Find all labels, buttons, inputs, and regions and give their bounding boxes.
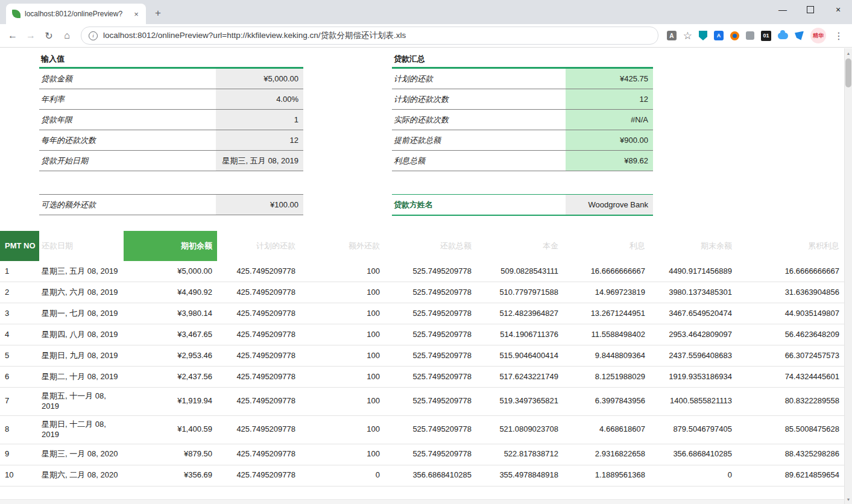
- extra-payment-value: ¥100.00: [216, 195, 303, 215]
- cell-payment-date: 星期三, 五月 08, 2019: [39, 263, 124, 280]
- scroll-up-arrow-icon[interactable]: ▲: [845, 49, 852, 57]
- cell-cumulative-interest: 31.6363904856: [737, 284, 844, 301]
- vertical-scrollbar[interactable]: ▲ ▼: [844, 48, 852, 504]
- cell-scheduled-payment: 425.7495209778: [217, 421, 300, 438]
- maximize-icon: [807, 6, 814, 13]
- cell-principal: 517.6243221749: [476, 368, 563, 386]
- bird-extension-icon[interactable]: [795, 31, 804, 40]
- cell-interest: 13.2671244951: [563, 305, 650, 323]
- browser-menu-icon[interactable]: ⋮: [833, 30, 845, 42]
- url-text[interactable]: localhost:8012/onlinePreview?url=http://…: [103, 30, 406, 41]
- panel-spacer: [392, 171, 653, 194]
- header-cumulative-interest: 累积利息: [737, 231, 844, 261]
- input-panel-rows: 贷款金额 ¥5,000.00 年利率 4.00% 贷款年限 1 每年的: [39, 69, 303, 171]
- scroll-down-arrow-icon[interactable]: ▼: [845, 495, 852, 503]
- new-tab-button[interactable]: +: [151, 7, 165, 19]
- input-row: 每年的还款次数 12: [39, 130, 303, 151]
- translate-icon[interactable]: A: [667, 31, 677, 40]
- cell-beginning-balance: ¥1,400.59: [124, 421, 217, 438]
- schedule-row: 7 星期五, 十一月 08, 2019 ¥1,919.94 425.749520…: [0, 388, 844, 416]
- cell-scheduled-payment: 425.7495209778: [217, 347, 300, 365]
- cell-extra-payment: 100: [300, 421, 385, 438]
- cell-interest: 14.969723819: [563, 284, 650, 301]
- cell-total-payment: 525.7495209778: [385, 305, 476, 323]
- header-pmt-no: PMT NO: [0, 231, 39, 261]
- cell-pmt-no: 2: [0, 284, 39, 301]
- cell-extra-payment: 100: [300, 263, 385, 280]
- summary-row-value: #N/A: [566, 110, 653, 130]
- cell-interest: 16.6666666667: [563, 263, 650, 280]
- cell-pmt-no: 10: [0, 467, 39, 484]
- header-interest: 利息: [563, 231, 650, 261]
- cell-principal: 521.0809023708: [476, 421, 563, 438]
- cell-ending-balance: 4490.9171456889: [650, 263, 737, 280]
- cell-cumulative-interest: 44.9035149807: [737, 305, 844, 323]
- cell-interest: 8.1251988029: [563, 368, 650, 386]
- horizontal-scrollbar[interactable]: [0, 499, 844, 504]
- translate-extension-icon[interactable]: A: [714, 31, 724, 40]
- header-payment-date: 还款日期: [39, 231, 124, 261]
- summary-row-value: ¥89.62: [566, 151, 653, 171]
- summary-row: 计划的还款次数 12: [392, 89, 653, 110]
- cell-pmt-no: 7: [0, 392, 39, 410]
- cell-scheduled-payment: 425.7495209778: [217, 305, 300, 323]
- input-row: 贷款年限 1: [39, 110, 303, 130]
- cell-beginning-balance: ¥2,953.46: [124, 347, 217, 365]
- shield-extension-icon[interactable]: [699, 31, 707, 40]
- cell-pmt-no: 8: [0, 421, 39, 438]
- cell-total-payment: 525.7495209778: [385, 368, 476, 386]
- cloud-extension-icon[interactable]: [778, 33, 788, 39]
- cell-interest: 6.3997843956: [563, 392, 650, 410]
- back-button[interactable]: ←: [4, 30, 22, 41]
- cell-ending-balance: 879.5046797405: [650, 421, 737, 438]
- badge-01-extension-icon[interactable]: 01: [761, 31, 771, 41]
- summary-row-label: 实际的还款次数: [392, 110, 566, 130]
- scrollbar-thumb[interactable]: [845, 58, 851, 87]
- header-principal: 本金: [476, 231, 563, 261]
- cell-total-payment: 525.7495209778: [385, 392, 476, 410]
- lender-name-label: 贷款方姓名: [392, 195, 566, 215]
- maximize-button[interactable]: [797, 0, 824, 19]
- cell-beginning-balance: ¥879.50: [124, 446, 217, 463]
- cell-beginning-balance: ¥5,000.00: [124, 263, 217, 280]
- header-beginning-balance: 期初余额: [124, 231, 217, 261]
- cell-pmt-no: 5: [0, 347, 39, 365]
- cell-ending-balance: 0: [650, 467, 737, 484]
- gray-extension-icon[interactable]: [746, 31, 754, 40]
- summary-row-label: 利息总额: [392, 151, 566, 171]
- reload-button[interactable]: ↻: [40, 30, 58, 42]
- forward-button[interactable]: →: [22, 30, 40, 41]
- cell-total-payment: 356.6868410285: [385, 467, 476, 484]
- address-bar[interactable]: i localhost:8012/onlinePreview?url=http:…: [81, 27, 658, 45]
- home-button[interactable]: ⌂: [58, 30, 76, 41]
- spreadsheet-preview: 输入值 贷款金额 ¥5,000.00 年利率 4.00% 贷款年限: [0, 48, 844, 499]
- summary-row-value: 12: [566, 89, 653, 109]
- summary-row-label: 计划的还款次数: [392, 89, 566, 109]
- summary-row: 提前还款总额 ¥900.00: [392, 130, 653, 151]
- cell-principal: 509.0828543111: [476, 263, 563, 280]
- proxy-extension-icon[interactable]: [730, 31, 739, 40]
- cell-cumulative-interest: 16.6666666667: [737, 263, 844, 280]
- close-window-button[interactable]: ×: [824, 0, 852, 19]
- cell-payment-date: 星期四, 八月 08, 2019: [39, 326, 124, 344]
- page-info-icon[interactable]: i: [89, 31, 98, 40]
- cell-cumulative-interest: 66.3072457573: [737, 347, 844, 365]
- cell-beginning-balance: ¥3,467.65: [124, 326, 217, 344]
- cell-beginning-balance: ¥1,919.94: [124, 392, 217, 410]
- input-row-label: 每年的还款次数: [39, 130, 216, 150]
- tab-close-icon[interactable]: ×: [131, 10, 141, 19]
- bookmark-star-icon[interactable]: ☆: [683, 30, 692, 42]
- cell-scheduled-payment: 425.7495209778: [217, 392, 300, 410]
- minimize-button[interactable]: —: [769, 0, 797, 19]
- cell-payment-date: 星期三, 一月 08, 2020: [39, 446, 124, 463]
- profile-avatar[interactable]: 精华: [810, 28, 826, 43]
- cell-pmt-no: 1: [0, 263, 39, 280]
- cell-extra-payment: 100: [300, 284, 385, 301]
- input-row-label: 年利率: [39, 89, 216, 109]
- cell-cumulative-interest: 89.6214859654: [737, 467, 844, 484]
- browser-tab[interactable]: localhost:8012/onlinePreview? ×: [6, 4, 146, 24]
- cell-total-payment: 525.7495209778: [385, 421, 476, 438]
- cell-total-payment: 525.7495209778: [385, 326, 476, 344]
- summary-row: 计划的还款 ¥425.75: [392, 69, 653, 89]
- cell-cumulative-interest: 74.4324445601: [737, 368, 844, 386]
